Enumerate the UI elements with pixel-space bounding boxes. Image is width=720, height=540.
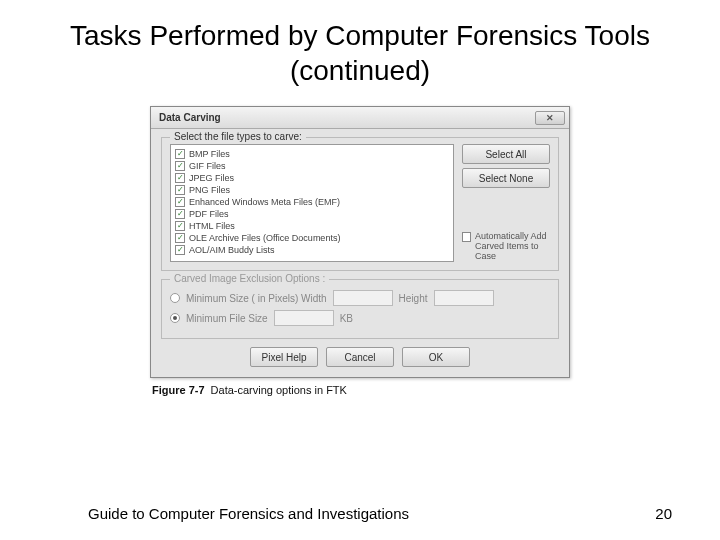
dialog-screenshot: Data Carving ✕ Select the file types to … bbox=[150, 106, 570, 396]
item-label: GIF Files bbox=[189, 160, 226, 172]
select-none-button[interactable]: Select None bbox=[462, 168, 550, 188]
radio-icon[interactable] bbox=[170, 293, 180, 303]
auto-add-label: Automatically Add Carved Items to Case bbox=[475, 232, 550, 262]
slide-footer: Guide to Computer Forensics and Investig… bbox=[0, 505, 720, 522]
item-label: Enhanced Windows Meta Files (EMF) bbox=[189, 196, 340, 208]
filetypes-group: Select the file types to carve: ✓BMP Fil… bbox=[161, 137, 559, 271]
page-number: 20 bbox=[655, 505, 672, 522]
item-label: HTML Files bbox=[189, 220, 235, 232]
width-input[interactable] bbox=[333, 290, 393, 306]
checkbox-icon[interactable]: ✓ bbox=[175, 245, 185, 255]
list-item[interactable]: ✓AOL/AIM Buddy Lists bbox=[175, 244, 449, 256]
footer-text: Guide to Computer Forensics and Investig… bbox=[88, 505, 409, 522]
list-item[interactable]: ✓PNG Files bbox=[175, 184, 449, 196]
checkbox-icon[interactable]: ✓ bbox=[175, 233, 185, 243]
item-label: OLE Archive Files (Office Documents) bbox=[189, 232, 340, 244]
cancel-button[interactable]: Cancel bbox=[326, 347, 394, 367]
exclusion-label: Carved Image Exclusion Options : bbox=[170, 273, 329, 284]
min-filesize-row: Minimum File Size KB bbox=[170, 310, 550, 326]
item-label: JPEG Files bbox=[189, 172, 234, 184]
close-icon[interactable]: ✕ bbox=[535, 111, 565, 125]
list-item[interactable]: ✓Enhanced Windows Meta Files (EMF) bbox=[175, 196, 449, 208]
figure-text: Data-carving options in FTK bbox=[211, 384, 347, 396]
checkbox-icon[interactable]: ✓ bbox=[462, 232, 471, 242]
checkbox-icon[interactable]: ✓ bbox=[175, 197, 185, 207]
list-item[interactable]: ✓HTML Files bbox=[175, 220, 449, 232]
filetypes-right-column: Select All Select None ✓ Automatically A… bbox=[462, 144, 550, 262]
dialog-titlebar: Data Carving ✕ bbox=[151, 107, 569, 129]
min-pixels-row: Minimum Size ( in Pixels) Width Height bbox=[170, 290, 550, 306]
list-item[interactable]: ✓OLE Archive Files (Office Documents) bbox=[175, 232, 449, 244]
item-label: AOL/AIM Buddy Lists bbox=[189, 244, 275, 256]
checkbox-icon[interactable]: ✓ bbox=[175, 221, 185, 231]
filetypes-label: Select the file types to carve: bbox=[170, 131, 306, 142]
checkbox-icon[interactable]: ✓ bbox=[175, 185, 185, 195]
dialog-body: Select the file types to carve: ✓BMP Fil… bbox=[151, 129, 569, 377]
height-input[interactable] bbox=[434, 290, 494, 306]
min-filesize-label: Minimum File Size bbox=[186, 313, 268, 324]
list-item[interactable]: ✓JPEG Files bbox=[175, 172, 449, 184]
radio-icon[interactable] bbox=[170, 313, 180, 323]
dialog-button-row: Pixel Help Cancel OK bbox=[161, 347, 559, 367]
data-carving-dialog: Data Carving ✕ Select the file types to … bbox=[150, 106, 570, 378]
list-item[interactable]: ✓BMP Files bbox=[175, 148, 449, 160]
slide-title: Tasks Performed by Computer Forensics To… bbox=[0, 0, 720, 96]
height-label: Height bbox=[399, 293, 428, 304]
select-all-button[interactable]: Select All bbox=[462, 144, 550, 164]
checkbox-icon[interactable]: ✓ bbox=[175, 209, 185, 219]
figure-caption: Figure 7-7Data-carving options in FTK bbox=[150, 384, 570, 396]
checkbox-icon[interactable]: ✓ bbox=[175, 161, 185, 171]
item-label: PDF Files bbox=[189, 208, 229, 220]
filetypes-listbox[interactable]: ✓BMP Files ✓GIF Files ✓JPEG Files ✓PNG F… bbox=[170, 144, 454, 262]
min-pixels-label: Minimum Size ( in Pixels) Width bbox=[186, 293, 327, 304]
list-item[interactable]: ✓GIF Files bbox=[175, 160, 449, 172]
filesize-input[interactable] bbox=[274, 310, 334, 326]
list-item[interactable]: ✓PDF Files bbox=[175, 208, 449, 220]
kb-label: KB bbox=[340, 313, 353, 324]
ok-button[interactable]: OK bbox=[402, 347, 470, 367]
figure-ref: Figure 7-7 bbox=[152, 384, 205, 396]
exclusion-group: Carved Image Exclusion Options : Minimum… bbox=[161, 279, 559, 339]
auto-add-option[interactable]: ✓ Automatically Add Carved Items to Case bbox=[462, 232, 550, 262]
item-label: BMP Files bbox=[189, 148, 230, 160]
dialog-title: Data Carving bbox=[159, 112, 221, 123]
checkbox-icon[interactable]: ✓ bbox=[175, 149, 185, 159]
item-label: PNG Files bbox=[189, 184, 230, 196]
pixel-help-button[interactable]: Pixel Help bbox=[250, 347, 318, 367]
checkbox-icon[interactable]: ✓ bbox=[175, 173, 185, 183]
